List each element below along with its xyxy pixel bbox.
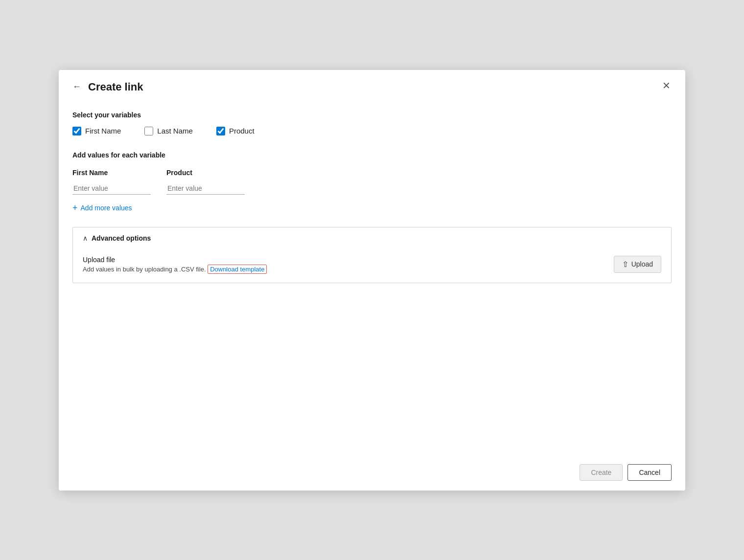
upload-desc-text: Add values in bulk by uploading a .CSV f… [83, 266, 206, 273]
checkbox-item-last-name[interactable]: Last Name [144, 127, 193, 135]
create-button[interactable]: Create [580, 464, 623, 481]
values-section: Add values for each variable First Name … [72, 151, 672, 213]
advanced-options-body: Upload file Add values in bulk by upload… [73, 249, 671, 283]
upload-button-label: Upload [631, 260, 653, 268]
first-name-value-input[interactable] [72, 182, 151, 195]
product-label: Product [229, 127, 255, 135]
upload-button[interactable]: ⇧ Upload [614, 256, 661, 273]
download-template-link[interactable]: Download template [208, 265, 267, 274]
values-section-label: Add values for each variable [72, 151, 672, 159]
advanced-section: ∧ Advanced options Upload file Add value… [72, 227, 672, 283]
close-icon: ✕ [662, 80, 671, 91]
dialog-title: Create link [88, 81, 143, 93]
values-input-row [72, 182, 672, 195]
dialog-body: Select your variables First Name Last Na… [59, 101, 685, 456]
last-name-label: Last Name [157, 127, 193, 135]
create-link-dialog: ← Create link ✕ Select your variables Fi… [59, 70, 685, 491]
checkbox-item-product[interactable]: Product [216, 127, 255, 135]
dialog-header: ← Create link ✕ [59, 70, 685, 101]
col-header-first-name: First Name [72, 169, 151, 177]
checkbox-product[interactable] [216, 127, 225, 135]
dialog-footer: Create Cancel [59, 456, 685, 491]
plus-icon: + [72, 203, 78, 212]
upload-file-title: Upload file [83, 256, 614, 264]
back-arrow-icon: ← [72, 82, 81, 92]
close-button[interactable]: ✕ [659, 80, 674, 91]
chevron-up-icon: ∧ [83, 234, 88, 242]
cancel-button[interactable]: Cancel [628, 464, 672, 481]
col-header-product: Product [166, 169, 245, 177]
first-name-label: First Name [85, 127, 121, 135]
upload-info: Upload file Add values in bulk by upload… [83, 256, 614, 273]
product-value-input[interactable] [166, 182, 245, 195]
checkbox-first-name[interactable] [72, 127, 81, 135]
back-button[interactable]: ← [70, 81, 83, 93]
checkbox-item-first-name[interactable]: First Name [72, 127, 121, 135]
advanced-options-toggle[interactable]: ∧ Advanced options [73, 227, 671, 249]
values-columns-header: First Name Product [72, 169, 672, 177]
variables-section-label: Select your variables [72, 111, 672, 119]
variables-row: First Name Last Name Product [72, 127, 672, 135]
upload-description: Add values in bulk by uploading a .CSV f… [83, 266, 614, 273]
add-more-label: Add more values [81, 204, 132, 212]
upload-arrow-icon: ⇧ [622, 260, 628, 269]
checkbox-last-name[interactable] [144, 127, 153, 135]
advanced-options-title: Advanced options [92, 234, 151, 242]
add-more-values-button[interactable]: + Add more values [72, 202, 132, 213]
